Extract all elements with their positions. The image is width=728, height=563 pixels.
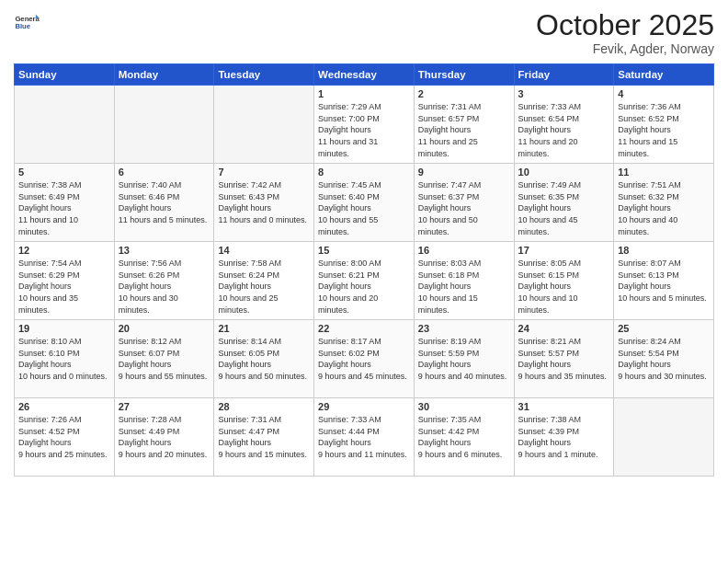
table-row: 20Sunrise: 8:12 AMSunset: 6:07 PMDayligh… [114,320,214,398]
table-row: 4Sunrise: 7:36 AMSunset: 6:52 PMDaylight… [614,86,714,164]
table-row: 12Sunrise: 7:54 AMSunset: 6:29 PMDayligh… [15,242,115,320]
table-row: 30Sunrise: 7:35 AMSunset: 4:42 PMDayligh… [414,398,514,477]
month-title: October 2025 [536,9,714,41]
day-number: 6 [119,167,210,178]
day-number: 13 [119,245,210,256]
day-info: Sunrise: 8:03 AMSunset: 6:18 PMDaylight … [418,258,510,316]
day-info: Sunrise: 7:28 AMSunset: 4:49 PMDaylight … [119,414,210,460]
day-number: 17 [518,245,610,256]
day-info: Sunrise: 8:17 AMSunset: 6:02 PMDaylight … [318,336,410,382]
day-number: 12 [18,245,110,256]
day-info: Sunrise: 7:45 AMSunset: 6:40 PMDaylight … [318,179,410,237]
day-info: Sunrise: 7:38 AMSunset: 4:39 PMDaylight … [518,414,610,460]
day-number: 31 [518,401,610,412]
table-row: 21Sunrise: 8:14 AMSunset: 6:05 PMDayligh… [214,320,314,398]
day-number: 20 [119,323,210,334]
table-row: 2Sunrise: 7:31 AMSunset: 6:57 PMDaylight… [414,86,514,164]
calendar-week-row: 26Sunrise: 7:26 AMSunset: 4:52 PMDayligh… [15,398,714,477]
day-info: Sunrise: 8:07 AMSunset: 6:13 PMDaylight … [618,258,710,304]
day-info: Sunrise: 8:21 AMSunset: 5:57 PMDaylight … [518,336,610,382]
table-row: 28Sunrise: 7:31 AMSunset: 4:47 PMDayligh… [214,398,314,477]
logo: General Blue [14,9,40,35]
table-row: 23Sunrise: 8:19 AMSunset: 5:59 PMDayligh… [414,320,514,398]
col-wednesday: Wednesday [314,64,415,86]
day-number: 25 [618,323,710,334]
day-info: Sunrise: 7:26 AMSunset: 4:52 PMDaylight … [18,414,110,460]
day-info: Sunrise: 7:54 AMSunset: 6:29 PMDaylight … [18,258,110,316]
day-number: 19 [18,323,110,334]
table-row: 13Sunrise: 7:56 AMSunset: 6:26 PMDayligh… [114,242,214,320]
table-row: 15Sunrise: 8:00 AMSunset: 6:21 PMDayligh… [314,242,415,320]
table-row: 25Sunrise: 8:24 AMSunset: 5:54 PMDayligh… [614,320,714,398]
day-number: 14 [218,245,310,256]
day-number: 8 [318,167,410,178]
location-title: Fevik, Agder, Norway [536,41,714,56]
header: General Blue October 2025 Fevik, Agder, … [14,9,714,56]
day-number: 26 [18,401,110,412]
day-number: 3 [518,88,610,99]
table-row: 14Sunrise: 7:58 AMSunset: 6:24 PMDayligh… [214,242,314,320]
table-row: 9Sunrise: 7:47 AMSunset: 6:37 PMDaylight… [414,164,514,242]
day-info: Sunrise: 7:40 AMSunset: 6:46 PMDaylight … [119,179,210,225]
day-number: 2 [418,88,510,99]
day-number: 7 [218,167,310,178]
day-info: Sunrise: 8:05 AMSunset: 6:15 PMDaylight … [518,258,610,316]
day-number: 18 [618,245,710,256]
title-block: October 2025 Fevik, Agder, Norway [536,9,714,56]
col-sunday: Sunday [15,64,115,86]
table-row [114,86,214,164]
day-info: Sunrise: 8:10 AMSunset: 6:10 PMDaylight … [18,336,110,382]
calendar-week-row: 19Sunrise: 8:10 AMSunset: 6:10 PMDayligh… [15,320,714,398]
table-row: 26Sunrise: 7:26 AMSunset: 4:52 PMDayligh… [15,398,115,477]
calendar-table: Sunday Monday Tuesday Wednesday Thursday… [14,63,714,477]
day-number: 28 [218,401,310,412]
day-number: 21 [218,323,310,334]
day-info: Sunrise: 7:51 AMSunset: 6:32 PMDaylight … [618,179,710,237]
table-row: 22Sunrise: 8:17 AMSunset: 6:02 PMDayligh… [314,320,415,398]
table-row: 6Sunrise: 7:40 AMSunset: 6:46 PMDaylight… [114,164,214,242]
day-info: Sunrise: 8:00 AMSunset: 6:21 PMDaylight … [318,258,410,316]
day-info: Sunrise: 7:47 AMSunset: 6:37 PMDaylight … [418,179,510,237]
svg-text:Blue: Blue [15,22,30,30]
table-row [214,86,314,164]
day-number: 16 [418,245,510,256]
day-info: Sunrise: 8:12 AMSunset: 6:07 PMDaylight … [119,336,210,382]
day-info: Sunrise: 7:29 AMSunset: 7:00 PMDaylight … [318,101,410,159]
day-number: 29 [318,401,410,412]
day-info: Sunrise: 7:31 AMSunset: 4:47 PMDaylight … [218,414,310,460]
table-row [614,398,714,477]
day-info: Sunrise: 7:35 AMSunset: 4:42 PMDaylight … [418,414,510,460]
day-info: Sunrise: 7:58 AMSunset: 6:24 PMDaylight … [218,258,310,316]
table-row: 10Sunrise: 7:49 AMSunset: 6:35 PMDayligh… [514,164,614,242]
day-info: Sunrise: 7:33 AMSunset: 4:44 PMDaylight … [318,414,410,460]
calendar-week-row: 1Sunrise: 7:29 AMSunset: 7:00 PMDaylight… [15,86,714,164]
day-number: 24 [518,323,610,334]
col-friday: Friday [514,64,614,86]
day-info: Sunrise: 7:31 AMSunset: 6:57 PMDaylight … [418,101,510,159]
table-row: 29Sunrise: 7:33 AMSunset: 4:44 PMDayligh… [314,398,415,477]
table-row: 11Sunrise: 7:51 AMSunset: 6:32 PMDayligh… [614,164,714,242]
col-thursday: Thursday [414,64,514,86]
table-row: 8Sunrise: 7:45 AMSunset: 6:40 PMDaylight… [314,164,415,242]
day-info: Sunrise: 8:14 AMSunset: 6:05 PMDaylight … [218,336,310,382]
day-number: 27 [119,401,210,412]
day-info: Sunrise: 8:24 AMSunset: 5:54 PMDaylight … [618,336,710,382]
table-row: 17Sunrise: 8:05 AMSunset: 6:15 PMDayligh… [514,242,614,320]
table-row: 18Sunrise: 8:07 AMSunset: 6:13 PMDayligh… [614,242,714,320]
table-row: 24Sunrise: 8:21 AMSunset: 5:57 PMDayligh… [514,320,614,398]
day-number: 5 [18,167,110,178]
day-number: 1 [318,88,410,99]
day-info: Sunrise: 7:42 AMSunset: 6:43 PMDaylight … [218,179,310,225]
table-row: 27Sunrise: 7:28 AMSunset: 4:49 PMDayligh… [114,398,214,477]
day-number: 4 [618,88,710,99]
page: General Blue October 2025 Fevik, Agder, … [0,0,728,563]
logo-icon: General Blue [14,9,40,35]
calendar-week-row: 12Sunrise: 7:54 AMSunset: 6:29 PMDayligh… [15,242,714,320]
day-number: 9 [418,167,510,178]
table-row: 3Sunrise: 7:33 AMSunset: 6:54 PMDaylight… [514,86,614,164]
day-info: Sunrise: 7:33 AMSunset: 6:54 PMDaylight … [518,101,610,159]
table-row: 7Sunrise: 7:42 AMSunset: 6:43 PMDaylight… [214,164,314,242]
day-info: Sunrise: 7:56 AMSunset: 6:26 PMDaylight … [119,258,210,316]
day-info: Sunrise: 7:38 AMSunset: 6:49 PMDaylight … [18,179,110,237]
table-row: 16Sunrise: 8:03 AMSunset: 6:18 PMDayligh… [414,242,514,320]
